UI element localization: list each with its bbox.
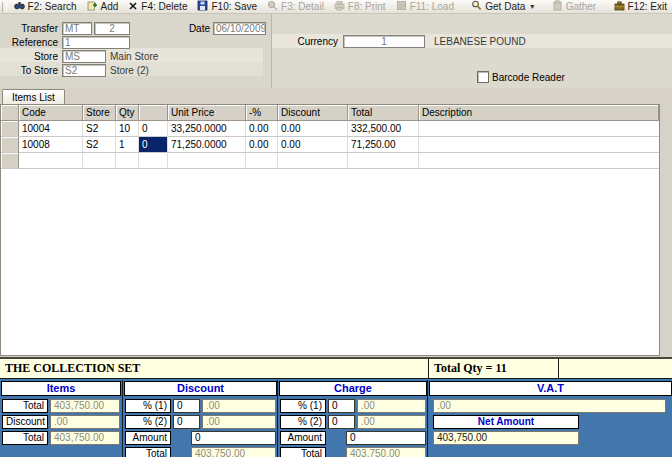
cell-unit-price[interactable]: 33,250.0000	[168, 121, 246, 137]
cell-empty[interactable]	[19, 153, 83, 169]
items-net-total-label: Total	[2, 431, 48, 445]
search-button[interactable]: F2: Search	[9, 0, 82, 14]
toolbar-label: F10: Save	[211, 1, 257, 12]
cell-description[interactable]	[419, 121, 659, 137]
cell-store[interactable]: S2	[83, 137, 116, 153]
collection-header-spacer	[559, 359, 672, 378]
cell-qty[interactable]: 1	[116, 137, 139, 153]
currency-field[interactable]: 1	[343, 35, 425, 48]
add-button[interactable]: Add	[82, 0, 124, 14]
cell-empty[interactable]	[278, 153, 348, 169]
cell-empty[interactable]	[83, 153, 116, 169]
grid-header-pct[interactable]: -%	[246, 105, 278, 121]
get-data-button[interactable]: Get Data ▾	[466, 0, 539, 14]
discount-total-value: 403,750.00	[191, 447, 276, 457]
grid-header-store[interactable]: Store	[83, 105, 116, 121]
toolbar-label: F3: Detail	[281, 1, 324, 12]
cell-empty[interactable]	[246, 153, 278, 169]
discount-pct1-amount: .00	[202, 399, 276, 413]
toolbar-label: Get Data	[485, 1, 525, 12]
store-name-text: Main Store	[110, 51, 158, 62]
reference-field[interactable]: 1	[62, 36, 130, 49]
row-selector[interactable]	[1, 121, 19, 137]
transfer-label: Transfer	[10, 23, 58, 34]
discount-amount-input[interactable]: 0	[191, 431, 276, 445]
cell-qty[interactable]: 10	[116, 121, 139, 137]
items-grid: Code Store Qty Unit Price -% Discount To…	[0, 104, 660, 356]
toolbar-label: F12: Exit	[628, 1, 667, 12]
detail-button[interactable]: F3: Detail	[262, 0, 329, 14]
cell-unit-price[interactable]: 71,250.0000	[168, 137, 246, 153]
currency-name-text: LEBANESE POUND	[434, 36, 526, 47]
cell-pct[interactable]: 0.00	[246, 137, 278, 153]
grid-header-discount[interactable]: Discount	[278, 105, 348, 121]
cell-discount[interactable]: 0.00	[278, 121, 348, 137]
toolbar-label: F8: Print	[348, 1, 386, 12]
net-amount-value: 403,750.00	[433, 431, 579, 445]
cell-empty[interactable]	[139, 153, 168, 169]
store-field[interactable]: MS	[62, 50, 106, 63]
reference-label: Reference	[10, 37, 58, 48]
cell-total[interactable]: 71,250.00	[348, 137, 419, 153]
grid-header-description[interactable]: Description	[419, 105, 659, 121]
charge-amount-input[interactable]: 0	[346, 431, 426, 445]
charge-pct2-amount: .00	[357, 415, 426, 429]
delete-button[interactable]: F4: Delete	[123, 0, 192, 14]
cell-flag[interactable]: 0	[139, 121, 168, 137]
cell-flag-selected[interactable]: 0	[139, 137, 168, 153]
cell-pct[interactable]: 0.00	[246, 121, 278, 137]
charge-total-value: 403,750.00	[346, 447, 426, 457]
grid-header-qty[interactable]: Qty	[116, 105, 139, 121]
cell-empty[interactable]	[348, 153, 419, 169]
exit-button[interactable]: F12: Exit	[609, 0, 672, 14]
grid-header-total[interactable]: Total	[348, 105, 419, 121]
gather-button[interactable]: Gather	[547, 0, 602, 14]
toolbar-grip	[2, 2, 7, 12]
cell-total[interactable]: 332,500.00	[348, 121, 419, 137]
discount-pct1-input[interactable]: 0	[173, 399, 200, 413]
charge-pct1-amount: .00	[357, 399, 426, 413]
toolbar-label: F11: Load	[410, 1, 454, 12]
items-discount-value: .00	[50, 415, 120, 429]
transfer-number-field[interactable]: 2	[94, 22, 130, 35]
charge-pct2-input[interactable]: 0	[328, 415, 355, 429]
grid-header-unit-price[interactable]: Unit Price	[168, 105, 246, 121]
load-button[interactable]: F11: Load	[391, 0, 459, 14]
transfer-prefix-field[interactable]: MT	[62, 22, 92, 35]
cell-empty[interactable]	[116, 153, 139, 169]
cell-discount[interactable]: 0.00	[278, 137, 348, 153]
charge-amount-label: Amount	[280, 431, 326, 445]
discount-amount-label: Amount	[125, 431, 171, 445]
grid-header-flag[interactable]	[139, 105, 168, 121]
total-qty-text: Total Qty = 11	[429, 359, 559, 378]
collection-header-row: THE COLLECTION SET Total Qty = 11	[0, 359, 672, 379]
form-divider	[271, 14, 272, 88]
items-discount-label: Discount	[2, 415, 48, 429]
discount-pct2-input[interactable]: 0	[173, 415, 200, 429]
barcode-reader-checkbox[interactable]	[477, 71, 489, 83]
date-label: Date	[160, 23, 210, 34]
print-button[interactable]: F8: Print	[329, 0, 391, 14]
table-row-empty	[1, 153, 659, 169]
tab-items-list[interactable]: Items List	[2, 89, 65, 105]
row-selector[interactable]	[1, 137, 19, 153]
charge-section-header: Charge	[279, 381, 427, 396]
charge-pct1-input[interactable]: 0	[328, 399, 355, 413]
toolbar-label: Add	[101, 1, 119, 12]
cell-empty[interactable]	[168, 153, 246, 169]
cell-store[interactable]: S2	[83, 121, 116, 137]
charge-pct2-label: % (2)	[280, 415, 326, 429]
toolbar-label: F4: Delete	[141, 1, 187, 12]
date-field[interactable]: 06/10/2009	[213, 22, 266, 35]
save-button[interactable]: F10: Save	[192, 0, 262, 14]
to-store-field[interactable]: S2	[62, 64, 106, 77]
discount-pct1-label: % (1)	[125, 399, 171, 413]
cell-code[interactable]: 10008	[19, 137, 83, 153]
cell-description[interactable]	[419, 137, 659, 153]
cell-empty[interactable]	[419, 153, 659, 169]
cell-code[interactable]: 10004	[19, 121, 83, 137]
grid-header-row: Code Store Qty Unit Price -% Discount To…	[1, 105, 659, 121]
store-label: Store	[10, 51, 58, 62]
grid-header-code[interactable]: Code	[19, 105, 83, 121]
row-selector[interactable]	[1, 153, 19, 169]
